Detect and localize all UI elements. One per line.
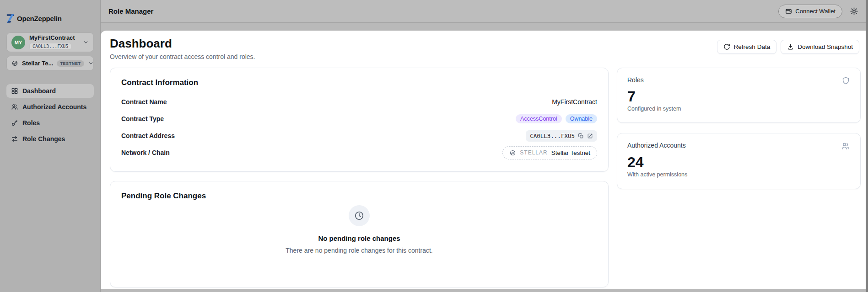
pending-empty-state: No pending role changes There are no pen… xyxy=(121,205,597,255)
contract-info-rows: Contract Name MyFirstContract Contract T… xyxy=(121,94,597,161)
download-icon xyxy=(787,43,794,50)
open-explorer-button[interactable] xyxy=(587,133,593,139)
main-panel: Dashboard Overview of your contract acce… xyxy=(101,31,866,289)
sidebar-item-roles[interactable]: Roles xyxy=(6,116,94,130)
stellar-icon xyxy=(11,60,18,67)
contract-information-title: Contract Information xyxy=(121,78,597,87)
contract-selector-address: CA0LL3...FXU5 xyxy=(29,43,71,50)
wallet-icon xyxy=(785,8,792,15)
contract-address-pill: CA0LL3...FXU5 xyxy=(526,130,597,142)
empty-state-text: There are no pending role changes for th… xyxy=(286,246,432,255)
accounts-stat-head: Authorized Accounts xyxy=(627,142,850,151)
contract-name-label: Contract Name xyxy=(121,98,167,106)
network-chain-row: Network / Chain STELLAR Stellar Testnet xyxy=(121,144,597,161)
contract-meta: MyFirstContract CA0LL3...FXU5 xyxy=(29,35,79,49)
contract-type-row: Contract Type AccessControl Ownable xyxy=(121,111,597,127)
sidebar-item-authorized-accounts[interactable]: Authorized Accounts xyxy=(6,100,94,114)
page-subtitle: Overview of your contract access control… xyxy=(110,53,255,60)
contract-address-value: CA0LL3...FXU5 xyxy=(530,133,575,139)
users-icon xyxy=(841,142,850,151)
brand-logo: OpenZeppelin xyxy=(6,14,94,23)
network-name: Stellar Testnet xyxy=(551,149,590,156)
refresh-icon xyxy=(723,43,730,50)
sidebar: OpenZeppelin MY MyFirstContract CA0LL3..… xyxy=(0,0,101,292)
roles-stat-head: Roles xyxy=(627,76,850,85)
contract-avatar: MY xyxy=(11,36,25,49)
external-link-icon xyxy=(587,133,593,139)
clock-icon xyxy=(354,211,364,221)
sidebar-item-label: Dashboard xyxy=(22,87,56,95)
ownable-badge: Ownable xyxy=(566,114,597,123)
roles-stat-title: Roles xyxy=(627,76,644,84)
download-snapshot-button[interactable]: Download Snapshot xyxy=(781,40,859,54)
contract-information-card: Contract Information Contract Name MyFir… xyxy=(110,68,609,172)
sidebar-item-label: Roles xyxy=(22,119,40,127)
left-column: Contract Information Contract Name MyFir… xyxy=(110,68,609,287)
connect-wallet-button[interactable]: Connect Wallet xyxy=(778,5,842,18)
key-icon xyxy=(11,119,18,127)
roles-count: 7 xyxy=(627,89,850,104)
page-title-block: Dashboard Overview of your contract acce… xyxy=(110,37,255,60)
topbar-actions: Connect Wallet xyxy=(778,5,858,18)
contract-name-row: Contract Name MyFirstContract xyxy=(121,94,597,111)
dashboard-content: Contract Information Contract Name MyFir… xyxy=(110,68,860,287)
pending-role-changes-title: Pending Role Changes xyxy=(121,191,597,201)
download-snapshot-label: Download Snapshot xyxy=(798,43,853,50)
network-selector[interactable]: Stellar Te... TESTNET xyxy=(6,56,94,71)
stellar-icon xyxy=(509,149,516,156)
dashboard-grid-icon xyxy=(11,87,18,95)
network-prefix: STELLAR xyxy=(520,149,547,156)
sidebar-item-label: Authorized Accounts xyxy=(22,103,86,111)
swap-arrows-icon xyxy=(11,135,18,143)
network-pill[interactable]: STELLAR Stellar Testnet xyxy=(502,146,597,159)
gear-icon xyxy=(850,7,858,16)
page-actions: Refresh Data Download Snapshot xyxy=(717,40,859,54)
contract-address-row: Contract Address CA0LL3...FXU5 xyxy=(121,127,597,144)
network-chain-label: Network / Chain xyxy=(121,149,170,156)
network-selector-name: Stellar Te... xyxy=(22,60,53,67)
openzeppelin-logo-icon xyxy=(6,14,14,23)
access-control-badge: AccessControl xyxy=(516,114,562,123)
roles-stat-card: Roles 7 Configured in system xyxy=(617,68,861,123)
users-icon xyxy=(11,103,18,111)
sidebar-item-label: Role Changes xyxy=(22,135,65,143)
sidebar-item-dashboard[interactable]: Dashboard xyxy=(6,84,94,98)
page-title: Dashboard xyxy=(110,37,255,51)
testnet-badge: TESTNET xyxy=(57,60,84,67)
right-column: Roles 7 Configured in system Authorized … xyxy=(617,68,861,287)
accounts-stat-title: Authorized Accounts xyxy=(627,142,686,149)
contract-type-badges: AccessControl Ownable xyxy=(516,114,597,123)
empty-state-title: No pending role changes xyxy=(318,234,400,242)
contract-address-label: Contract Address xyxy=(121,132,175,139)
page-header: Dashboard Overview of your contract acce… xyxy=(110,37,860,60)
empty-state-circle xyxy=(349,205,370,226)
authorized-accounts-stat-card: Authorized Accounts 24 With active permi… xyxy=(617,133,861,189)
contract-selector-name: MyFirstContract xyxy=(29,35,79,41)
window-scrollbar[interactable] xyxy=(866,0,868,292)
sidebar-nav: Dashboard Authorized Accounts Roles Role… xyxy=(6,84,94,146)
top-bar: Role Manager Connect Wallet xyxy=(101,0,866,23)
app-title: Role Manager xyxy=(108,7,153,15)
copy-icon xyxy=(578,133,584,139)
contract-type-label: Contract Type xyxy=(121,115,164,122)
pending-role-changes-card: Pending Role Changes No pending role cha… xyxy=(110,181,609,287)
settings-button[interactable] xyxy=(850,7,858,16)
connect-wallet-label: Connect Wallet xyxy=(795,8,836,15)
chevron-down-icon xyxy=(88,60,94,66)
shield-icon xyxy=(841,76,850,85)
refresh-data-button[interactable]: Refresh Data xyxy=(717,40,777,54)
chevron-down-icon xyxy=(83,39,89,45)
sidebar-item-role-changes[interactable]: Role Changes xyxy=(6,132,94,146)
roles-caption: Configured in system xyxy=(627,106,850,112)
accounts-caption: With active permissions xyxy=(627,171,850,178)
copy-address-button[interactable] xyxy=(578,133,584,139)
refresh-data-label: Refresh Data xyxy=(734,43,771,50)
contract-selector[interactable]: MY MyFirstContract CA0LL3...FXU5 xyxy=(6,32,94,52)
brand-name: OpenZeppelin xyxy=(17,15,62,22)
contract-name-value: MyFirstContract xyxy=(552,98,597,106)
accounts-count: 24 xyxy=(627,155,850,170)
